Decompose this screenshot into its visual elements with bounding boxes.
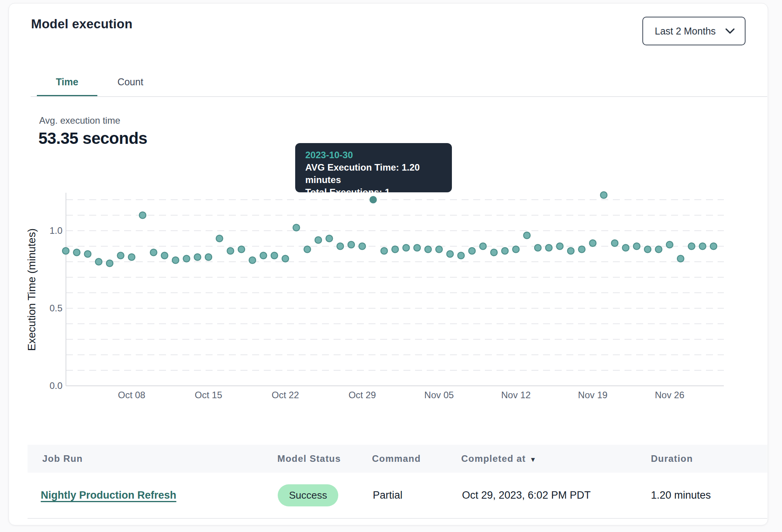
x-tick-label: Oct 15 — [195, 390, 222, 400]
data-point[interactable] — [491, 249, 497, 256]
data-point[interactable] — [249, 257, 256, 264]
execution-time-scatter-chart: 0.00.51.0Oct 08Oct 15Oct 22Oct 29Nov 05N… — [9, 174, 782, 411]
data-point[interactable] — [590, 240, 596, 247]
data-point[interactable] — [458, 252, 464, 259]
data-point[interactable] — [139, 212, 146, 219]
completed-at-cell: Oct 29, 2023, 6:02 PM PDT — [462, 473, 591, 518]
highlighted-data-point[interactable] — [370, 196, 377, 204]
data-point[interactable] — [611, 240, 618, 247]
col-header-duration: Duration — [651, 445, 693, 473]
data-point[interactable] — [205, 254, 212, 261]
data-point[interactable] — [677, 256, 684, 262]
data-point[interactable] — [359, 243, 365, 250]
tab-time[interactable]: Time — [37, 73, 97, 95]
data-point[interactable] — [403, 245, 409, 251]
data-point[interactable] — [436, 246, 442, 253]
x-tick-label: Oct 29 — [348, 390, 376, 400]
data-point[interactable] — [381, 248, 388, 254]
data-point[interactable] — [710, 243, 717, 250]
job-run-link[interactable]: Nightly Production Refresh — [41, 489, 176, 501]
data-point[interactable] — [128, 254, 135, 261]
data-point[interactable] — [425, 246, 431, 253]
data-point[interactable] — [480, 243, 486, 250]
data-point[interactable] — [293, 225, 299, 231]
model-execution-page: Model execution Last 2 Months Time Count… — [0, 0, 782, 532]
avg-execution-time-label: Avg. execution time — [39, 115, 120, 126]
data-point[interactable] — [271, 252, 278, 259]
data-point[interactable] — [688, 243, 695, 250]
data-point[interactable] — [414, 245, 420, 251]
chevron-down-icon — [725, 28, 735, 34]
data-point[interactable] — [326, 235, 332, 242]
data-point[interactable] — [392, 246, 398, 253]
data-point[interactable] — [73, 249, 80, 256]
data-point[interactable] — [469, 248, 475, 254]
chart-tabs: Time Count — [37, 73, 163, 95]
data-point[interactable] — [655, 246, 662, 253]
data-point[interactable] — [161, 252, 168, 259]
col-header-model-status: Model Status — [277, 445, 341, 473]
data-point[interactable] — [85, 251, 91, 257]
data-point[interactable] — [118, 252, 124, 259]
x-tick-label: Oct 22 — [272, 390, 299, 400]
data-point[interactable] — [337, 243, 344, 250]
tabs-divider — [31, 96, 767, 97]
data-point[interactable] — [447, 251, 453, 257]
page-title: Model execution — [31, 17, 133, 31]
date-range-dropdown[interactable]: Last 2 Months — [642, 17, 746, 45]
data-point[interactable] — [348, 242, 355, 248]
date-range-value: Last 2 Months — [655, 26, 716, 37]
sort-desc-icon: ▼ — [529, 456, 536, 463]
y-axis-title: Execution Time (minutes) — [26, 228, 38, 351]
data-point[interactable] — [183, 256, 190, 262]
data-point[interactable] — [238, 246, 245, 253]
avg-execution-time-value: 53.35 seconds — [38, 129, 147, 148]
data-point[interactable] — [578, 246, 585, 253]
status-badge: Success — [278, 484, 338, 506]
y-tick-label: 0.0 — [50, 380, 62, 391]
data-point[interactable] — [535, 245, 541, 251]
data-point[interactable] — [513, 246, 519, 253]
data-point[interactable] — [282, 256, 289, 262]
col-header-command: Command — [372, 445, 421, 473]
model-execution-card: Model execution Last 2 Months Time Count… — [9, 3, 768, 525]
duration-cell: 1.20 minutes — [651, 473, 711, 518]
data-point[interactable] — [502, 248, 508, 254]
data-point[interactable] — [633, 243, 640, 250]
data-point[interactable] — [106, 260, 113, 267]
data-point[interactable] — [315, 237, 322, 244]
x-tick-label: Nov 05 — [424, 390, 454, 400]
y-tick-label: 0.5 — [50, 303, 62, 313]
job-runs-table-header: Job Run Model Status Command Completed a… — [28, 445, 767, 473]
data-point[interactable] — [567, 248, 574, 254]
data-point[interactable] — [524, 232, 530, 239]
data-point[interactable] — [260, 252, 266, 259]
data-point[interactable] — [623, 245, 629, 251]
x-tick-label: Nov 19 — [578, 390, 607, 400]
x-tick-label: Nov 26 — [655, 390, 684, 400]
y-tick-label: 1.0 — [50, 225, 62, 236]
x-tick-label: Oct 08 — [118, 390, 145, 400]
col-header-job-run: Job Run — [42, 445, 83, 473]
data-point[interactable] — [644, 246, 651, 253]
x-tick-label: Nov 12 — [501, 390, 531, 400]
data-point[interactable] — [62, 248, 69, 254]
data-point[interactable] — [304, 246, 311, 253]
data-point[interactable] — [172, 257, 179, 264]
command-cell: Partial — [373, 473, 403, 518]
data-point[interactable] — [150, 249, 157, 256]
data-point[interactable] — [194, 254, 201, 261]
data-point[interactable] — [216, 235, 223, 242]
data-point[interactable] — [95, 259, 102, 265]
data-point[interactable] — [545, 245, 552, 251]
data-point[interactable] — [227, 248, 234, 254]
data-point[interactable] — [699, 243, 706, 250]
table-row: Nightly Production Refresh Success Parti… — [28, 473, 767, 519]
data-point[interactable] — [666, 242, 673, 248]
tooltip-date: 2023-10-30 — [305, 149, 442, 161]
col-header-completed-at[interactable]: Completed at▼ — [461, 445, 536, 473]
data-point[interactable] — [600, 192, 607, 199]
tab-count[interactable]: Count — [97, 73, 163, 95]
data-point[interactable] — [557, 243, 563, 250]
